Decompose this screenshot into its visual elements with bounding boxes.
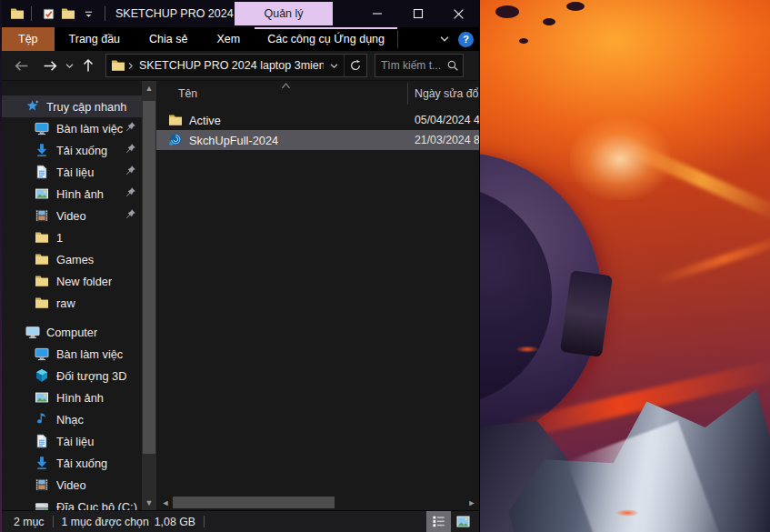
sidebar-item[interactable]: Nhạc — [2, 408, 142, 430]
tab-file[interactable]: Tệp — [2, 27, 55, 51]
picture-icon — [35, 186, 49, 201]
sketchup-icon — [168, 133, 183, 147]
recent-locations-button[interactable] — [62, 54, 76, 77]
refresh-icon — [349, 59, 362, 72]
tab-view[interactable]: Xem — [202, 27, 255, 51]
sidebar-item[interactable]: 1 — [2, 226, 142, 248]
document-icon — [35, 434, 49, 448]
sort-ascending-icon[interactable] — [280, 81, 292, 90]
manage-contextual-tab[interactable]: Quản lý — [235, 2, 333, 25]
sidebar-item-label: Tài liệu — [56, 166, 94, 179]
sidebar-item-label: Tải xuống — [56, 457, 107, 470]
thumbnail-view-icon — [455, 514, 471, 529]
maximize-button[interactable] — [397, 0, 438, 27]
breadcrumb-path[interactable]: SKETCHUP PRO 2024 laptop 3mien — [139, 59, 324, 72]
column-header-date[interactable]: Ngày sửa đổi — [415, 87, 479, 100]
scroll-down-arrow[interactable]: ▼ — [142, 496, 156, 510]
sidebar-item[interactable]: Đối tượng 3D — [2, 365, 142, 386]
folder-icon — [168, 113, 183, 127]
pin-icon — [125, 208, 136, 220]
sidebar-item[interactable]: New folder — [2, 270, 142, 292]
sidebar-item-label: Video — [56, 209, 86, 223]
pin-icon — [125, 186, 136, 198]
sidebar-item-label: New folder — [56, 275, 112, 288]
forward-button[interactable] — [38, 54, 62, 77]
column-separator[interactable] — [407, 83, 408, 105]
navigation-bar: SKETCHUP PRO 2024 laptop 3mien Tìm kiếm … — [2, 51, 479, 81]
sidebar-item[interactable]: raw — [2, 292, 142, 314]
new-folder-quick-button[interactable] — [58, 4, 78, 24]
ribbon-expand-chevron-icon[interactable] — [438, 33, 451, 45]
folder-icon — [35, 296, 49, 310]
tab-home[interactable]: Trang đầu — [55, 27, 135, 51]
wallpaper-splatter — [543, 18, 555, 25]
sidebar-item[interactable]: Tải xuống — [2, 139, 142, 161]
pin-icon — [125, 165, 136, 176]
help-icon[interactable]: ? — [458, 32, 474, 47]
status-separator — [204, 516, 205, 527]
file-explorer-window: SKETCHUP PRO 2024 lapt... Quản lý Tệp Tr… — [2, 0, 479, 532]
file-date-modified: 21/03/2024 8:4 — [415, 134, 479, 146]
sidebar-section-label: Computer — [46, 326, 97, 339]
sidebar-item[interactable]: Tải xuống — [2, 452, 142, 474]
sidebar-item[interactable]: Bàn làm việc — [2, 117, 142, 139]
sidebar-section-quick-access[interactable]: Truy cập nhanh — [2, 95, 142, 117]
sidebar-item-label: Tài liệu — [56, 435, 94, 448]
window-controls — [356, 0, 479, 27]
tab-application-tools[interactable]: Các công cụ Ứng dụng — [255, 27, 397, 51]
up-button[interactable] — [76, 54, 100, 77]
minimize-button[interactable] — [356, 0, 397, 27]
file-row[interactable]: SkchUpFull-202421/03/2024 8:4 — [156, 130, 479, 150]
address-dropdown-button[interactable] — [324, 55, 344, 76]
scroll-up-arrow[interactable]: ▲ — [142, 81, 156, 95]
sidebar-item-label: Hình ảnh — [56, 187, 104, 201]
horizontal-scrollbar[interactable]: ◄ ► — [156, 496, 479, 509]
sidebar-item[interactable]: Tài liệu — [2, 430, 142, 452]
breadcrumb-folder-icon — [111, 58, 125, 73]
sidebar-item[interactable]: Đĩa Cục bộ (C:) — [2, 496, 142, 510]
sidebar-item[interactable]: Hình ảnh — [2, 183, 142, 205]
sidebar-item[interactable]: Video — [2, 474, 142, 496]
column-header-row: Tên Ngày sửa đổi — [156, 81, 479, 105]
scroll-right-arrow[interactable]: ► — [465, 496, 479, 509]
desktop-icon — [35, 346, 49, 361]
close-icon — [453, 8, 465, 20]
sidebar-scrollbar[interactable]: ▲ ▼ — [142, 81, 156, 510]
sidebar-item[interactable]: Hình ảnh — [2, 386, 142, 408]
ribbon-tab-bar: Tệp Trang đầu Chia sẻ Xem Các công cụ Ứn… — [2, 27, 479, 51]
properties-quick-button[interactable] — [38, 4, 58, 24]
sidebar-section-label: Truy cập nhanh — [46, 100, 126, 114]
refresh-button[interactable] — [344, 55, 366, 76]
sidebar-item[interactable]: Bàn làm việc — [2, 343, 142, 365]
sidebar-item[interactable]: Video — [2, 205, 142, 226]
details-view-button[interactable] — [426, 511, 451, 532]
minimize-icon — [372, 8, 383, 19]
horizontal-scrollbar-thumb[interactable] — [173, 497, 335, 508]
magnifier-icon — [446, 59, 459, 72]
back-button[interactable] — [9, 54, 33, 77]
toolbar-dropdown-icon — [83, 8, 95, 20]
column-header-name[interactable]: Tên — [178, 87, 197, 100]
address-bar[interactable]: SKETCHUP PRO 2024 laptop 3mien — [105, 54, 367, 77]
wallpaper-glow-spot — [570, 118, 670, 200]
wallpaper-splatter — [566, 2, 585, 11]
search-box[interactable]: Tìm kiếm t... — [375, 54, 464, 77]
file-name: SkchUpFull-2024 — [189, 134, 278, 147]
thumbnail-view-button[interactable] — [451, 511, 475, 532]
file-list-pane: Tên Ngày sửa đổi Active05/04/2024 4:5Skc… — [156, 81, 479, 510]
sidebar-item[interactable]: Tài liệu — [2, 161, 142, 183]
sidebar-item-label: Đĩa Cục bộ (C:) — [56, 500, 137, 511]
customize-toolbar-button[interactable] — [78, 4, 98, 24]
sidebar-scrollbar-thumb[interactable] — [143, 101, 155, 454]
tab-share[interactable]: Chia sẻ — [135, 27, 202, 51]
pin-icon — [125, 121, 136, 133]
file-row[interactable]: Active05/04/2024 4:5 — [156, 110, 479, 130]
sidebar-item[interactable]: Games — [2, 248, 142, 270]
scroll-left-arrow[interactable]: ◄ — [158, 496, 173, 509]
sidebar-section-computer[interactable]: Computer — [2, 321, 142, 343]
app-folder-icon — [10, 6, 25, 21]
close-button[interactable] — [438, 0, 479, 27]
status-bar: 2 mục 1 mục được chọn 1,08 GB — [2, 510, 479, 532]
sidebar-item-label: Games — [56, 253, 94, 266]
music-icon — [35, 412, 49, 427]
